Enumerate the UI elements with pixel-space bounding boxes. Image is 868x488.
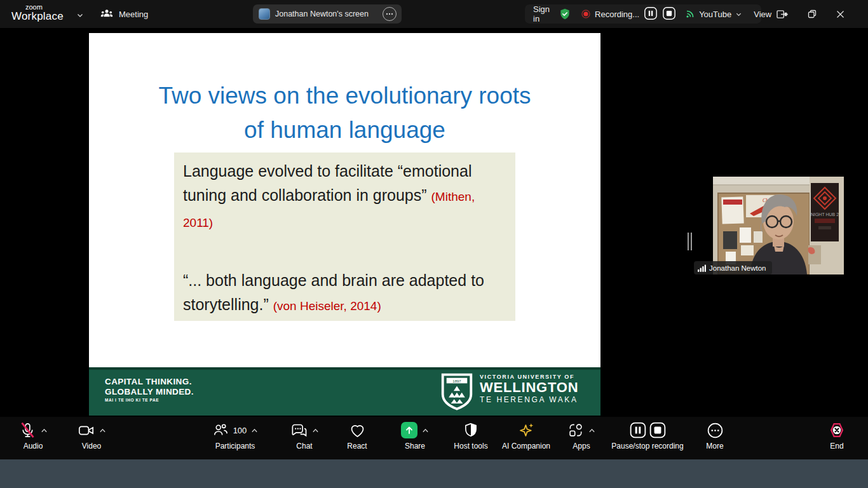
participants-count: 100 [233, 426, 247, 435]
ai-companion-sparkle-icon [518, 422, 535, 439]
participants-options-chevron-icon[interactable] [251, 428, 258, 433]
video-panel-drag-handle[interactable] [688, 233, 693, 250]
audio-level-icon [698, 264, 706, 272]
workspace-chevron-down-icon[interactable] [76, 10, 84, 22]
audio-button[interactable]: Audio [13, 419, 53, 458]
presentation-slide: Two views on the evolutionary roots of h… [89, 33, 600, 416]
apps-options-chevron-icon[interactable] [588, 428, 595, 433]
video-options-chevron-icon[interactable] [99, 428, 106, 433]
minimize-button[interactable] [770, 0, 798, 28]
video-button[interactable]: Video [71, 419, 112, 458]
slide-footer-band: CAPITAL THINKING. GLOBALLY MINDED. MAI I… [89, 367, 600, 416]
university-shield-logo: 1897 [440, 373, 473, 411]
slide-quote-box: Language evolved to facilitate “emotiona… [174, 152, 515, 321]
participant-name: Jonathan Newton [709, 264, 766, 272]
participant-name-tag: Jonathan Newton [694, 261, 772, 274]
ai-companion-button[interactable]: AI Companion [497, 419, 555, 458]
svg-text:NIGHT HUB 2: NIGHT HUB 2 [811, 212, 839, 217]
heart-react-icon [349, 422, 366, 439]
zoom-meeting-window: zoom Workplace Meeting Jonathan Newton's… [0, 0, 868, 488]
tab-shared-screen[interactable]: Jonathan Newton's screen [253, 4, 402, 24]
participant-webcam-feed: Chana NIGHT HUB 2 [713, 177, 844, 274]
share-screen-icon [401, 422, 417, 438]
shared-screen-thumbnail-icon [259, 8, 270, 20]
security-shield-icon[interactable] [559, 8, 571, 20]
host-tools-shield-icon [463, 422, 479, 438]
close-button[interactable] [826, 0, 854, 28]
react-button[interactable]: React [337, 419, 377, 458]
slide-title: Two views on the evolutionary roots of h… [89, 79, 600, 147]
meeting-toolbar: Audio Video 100 Participants [0, 417, 868, 459]
tab-shared-screen-label: Jonathan Newton's screen [275, 10, 369, 18]
apps-icon [567, 422, 584, 438]
titlebar-right-controls: Sign in Recording... YouTube [525, 4, 761, 24]
youtube-chevron-down-icon [735, 11, 742, 18]
tab-meeting[interactable]: Meeting [100, 0, 148, 28]
recording-status: Recording... [581, 6, 676, 22]
quote-von-heiseler: “... both language and brain are adapted… [183, 268, 506, 318]
stop-recording-button[interactable] [662, 6, 676, 22]
share-button[interactable]: Share [391, 419, 438, 458]
pause-recording-toolbar-icon[interactable] [630, 422, 646, 438]
stop-recording-toolbar-icon[interactable] [649, 422, 666, 438]
youtube-live-menu[interactable]: YouTube [685, 9, 742, 19]
participants-button[interactable]: 100 Participants [205, 419, 266, 458]
end-meeting-icon [828, 421, 846, 439]
shared-screen-options-icon[interactable] [383, 7, 397, 21]
maximize-restore-button[interactable] [798, 0, 826, 28]
recording-label: Recording... [595, 10, 639, 19]
meeting-people-icon [100, 8, 113, 20]
windows-taskbar: 1 Search T W 8 [0, 459, 868, 488]
participant-video-tile[interactable]: Chana NIGHT HUB 2 [713, 177, 844, 274]
host-tools-button[interactable]: Host tools [446, 419, 496, 458]
svg-text:1897: 1897 [452, 379, 461, 383]
participants-icon [212, 422, 229, 438]
citation-von-heiseler: (von Heiseler, 2014) [273, 299, 381, 313]
footer-top-strip [89, 367, 600, 370]
workplace-logo-text: Workplace [11, 10, 64, 23]
chat-icon [290, 422, 308, 439]
chat-options-chevron-icon[interactable] [312, 428, 319, 433]
chat-button[interactable]: Chat [282, 419, 327, 458]
microphone-muted-icon [19, 422, 36, 439]
tab-meeting-label: Meeting [119, 10, 148, 19]
camera-icon [78, 422, 95, 439]
youtube-label: YouTube [699, 10, 731, 19]
sign-in-label: Sign in [533, 4, 550, 24]
view-label: View [754, 10, 771, 19]
recording-dot-icon [581, 10, 590, 18]
share-options-chevron-icon[interactable] [422, 428, 429, 433]
audio-options-chevron-icon[interactable] [41, 428, 48, 433]
pause-stop-recording-button[interactable]: Pause/stop recording [602, 419, 693, 458]
university-wordmark: VICTORIA UNIVERSITY OF WELLINGTON TE HER… [480, 374, 578, 404]
more-ellipsis-icon [707, 422, 724, 439]
apps-button[interactable]: Apps [559, 419, 604, 458]
quote-mithen: Language evolved to facilitate “emotiona… [183, 159, 506, 235]
end-meeting-button[interactable]: End [818, 419, 855, 458]
live-stream-icon [685, 9, 695, 19]
more-button[interactable]: More [695, 419, 735, 458]
pause-recording-button[interactable] [644, 6, 658, 22]
title-bar: zoom Workplace Meeting Jonathan Newton's… [0, 0, 868, 28]
sign-in-button[interactable]: Sign in [533, 4, 550, 24]
capital-thinking-text: CAPITAL THINKING. GLOBALLY MINDED. MAI I… [105, 377, 194, 402]
